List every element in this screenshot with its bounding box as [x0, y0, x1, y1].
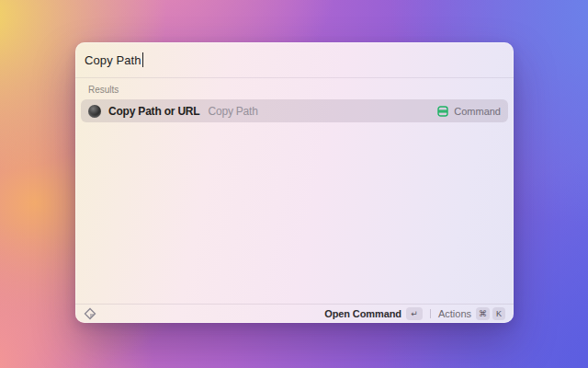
diamond-extension-icon	[84, 307, 96, 320]
command-type-icon	[437, 106, 448, 117]
open-command-label: Open Command	[324, 308, 401, 319]
extension-icon	[88, 105, 101, 118]
search-bar: Copy Path	[75, 42, 514, 78]
return-key-badge: ↵	[406, 307, 423, 320]
open-command-button[interactable]: Open Command ↵	[324, 307, 423, 320]
text-cursor	[142, 52, 144, 67]
cmd-key-badge: ⌘	[476, 307, 490, 320]
actions-label: Actions	[438, 308, 471, 319]
search-input[interactable]: Copy Path	[85, 53, 141, 67]
k-key-badge: K	[492, 307, 505, 320]
footer: Open Command ↵ Actions ⌘ K	[75, 304, 514, 323]
result-title: Copy Path or URL	[108, 105, 199, 118]
results-section: Results Copy Path or URL Copy Path Comma…	[75, 78, 514, 304]
actions-button[interactable]: Actions ⌘ K	[438, 307, 505, 320]
footer-divider	[430, 309, 431, 318]
result-type-label: Command	[454, 106, 501, 117]
result-row-copy-path-or-url[interactable]: Copy Path or URL Copy Path Command	[81, 99, 508, 122]
result-subtitle: Copy Path	[208, 105, 257, 118]
results-header: Results	[88, 85, 514, 95]
command-palette-window: Copy Path Results Copy Path or URL Copy …	[75, 42, 514, 323]
